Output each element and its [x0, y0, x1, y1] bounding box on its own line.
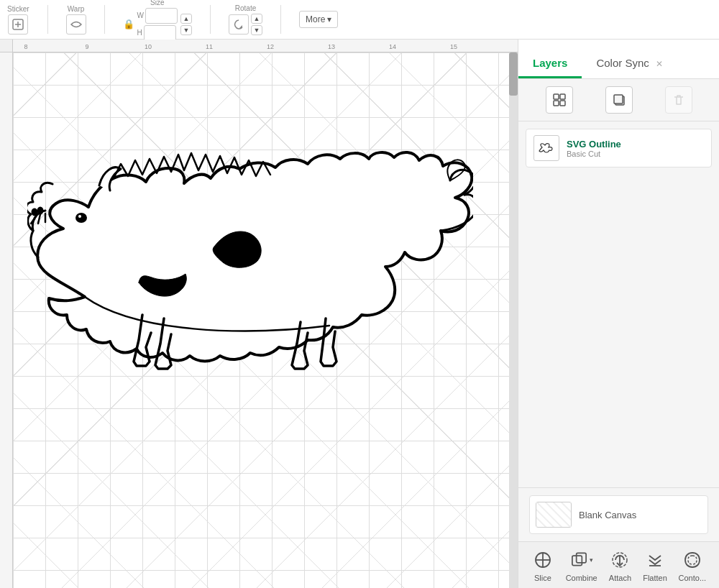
- ruler-tick-9: 9: [85, 43, 88, 50]
- flatten-tool[interactable]: Flatten: [643, 548, 667, 582]
- top-toolbar: Sticker Warp Size 🔒 W H: [0, 0, 719, 40]
- blank-canvas-section: Blank Canvas: [518, 487, 719, 541]
- combine-label: Combine: [566, 574, 597, 582]
- blank-canvas-item[interactable]: Blank Canvas: [529, 495, 708, 534]
- ruler-tick-8: 8: [24, 43, 27, 50]
- rotate-dec-btn[interactable]: ▼: [251, 25, 262, 35]
- svg-marker-1: [239, 25, 242, 28]
- svg-rect-9: [560, 101, 565, 106]
- panel-bottom-toolbar: Slice ▾ Combine: [518, 541, 719, 588]
- tab-color-sync[interactable]: Color Sync ✕: [582, 51, 677, 78]
- sticker-icon-btn[interactable]: [8, 14, 28, 35]
- tab-color-sync-label: Color Sync: [596, 57, 649, 69]
- sep-1: [47, 5, 48, 34]
- blank-canvas-thumbnail: [536, 502, 572, 528]
- ruler-tick-15: 15: [450, 43, 457, 50]
- slice-label: Slice: [534, 574, 551, 582]
- layer-name: SVG Outline: [567, 139, 704, 150]
- combine-tool[interactable]: ▾ Combine: [566, 548, 597, 582]
- combine-icon-area: ▾: [570, 548, 593, 571]
- svg-point-3: [78, 215, 81, 218]
- layer-item[interactable]: SVG Outline Basic Cut: [526, 129, 712, 167]
- sep-2: [104, 5, 105, 34]
- canvas-content[interactable]: [13, 52, 518, 588]
- rotate-ccw-btn[interactable]: [229, 14, 249, 35]
- flatten-icon: [644, 548, 667, 571]
- ruler-corner: [0, 40, 13, 52]
- size-group: Size 🔒 W H ▲ ▼: [123, 0, 192, 41]
- warp-group: Warp: [66, 5, 86, 35]
- ruler-tick-11: 11: [206, 43, 213, 50]
- tab-layers[interactable]: Layers: [518, 51, 582, 78]
- slice-icon: [531, 548, 554, 571]
- svg-rect-7: [560, 94, 565, 99]
- slice-tool[interactable]: Slice: [531, 548, 554, 582]
- lock-icon: 🔒: [123, 19, 134, 29]
- duplicate-layer-btn[interactable]: [605, 86, 633, 114]
- right-panel: Layers Color Sync ✕: [518, 40, 719, 588]
- more-label: More: [306, 14, 325, 24]
- attach-tool[interactable]: Attach: [608, 548, 631, 582]
- more-dropdown-icon: ▾: [327, 14, 331, 24]
- flatten-label: Flatten: [643, 574, 667, 582]
- size-label: Size: [150, 0, 164, 6]
- sticker-group: Sticker: [7, 5, 29, 35]
- canvas-grid[interactable]: [13, 52, 518, 588]
- rotate-inc-btn[interactable]: ▲: [251, 14, 262, 24]
- delete-icon: [672, 93, 686, 107]
- panel-tabs: Layers Color Sync ✕: [518, 40, 719, 79]
- ruler-tick-14: 14: [389, 43, 396, 50]
- layers-list: SVG Outline Basic Cut: [518, 121, 719, 487]
- more-button[interactable]: More ▾: [299, 11, 338, 28]
- svg-rect-6: [554, 94, 559, 99]
- sep-3: [210, 5, 211, 34]
- svg-point-2: [75, 213, 87, 223]
- delete-layer-btn[interactable]: [665, 86, 692, 114]
- svg-rect-15: [572, 556, 582, 565]
- layer-info: SVG Outline Basic Cut: [567, 139, 704, 158]
- warp-label: Warp: [68, 5, 85, 13]
- group-icon: [552, 93, 567, 107]
- size-down-btn[interactable]: ▼: [180, 25, 192, 35]
- layer-type: Basic Cut: [567, 150, 704, 158]
- ruler-tick-12: 12: [267, 43, 274, 50]
- scrollbar-thumb[interactable]: [509, 52, 518, 96]
- ruler-horizontal: 8 9 10 11 12 13 14 15: [0, 40, 518, 52]
- width-input[interactable]: [145, 8, 178, 24]
- vertical-scrollbar[interactable]: [509, 52, 518, 588]
- height-input[interactable]: [144, 25, 176, 41]
- rotate-label: Rotate: [235, 4, 256, 12]
- layer-actions: [518, 79, 719, 121]
- contour-tool[interactable]: Conto...: [679, 548, 707, 582]
- ruler-tick-10: 10: [145, 43, 152, 50]
- sep-4: [280, 5, 281, 34]
- blank-canvas-label: Blank Canvas: [579, 510, 636, 520]
- tab-layers-label: Layers: [533, 57, 567, 69]
- layer-thumbnail: [533, 135, 559, 161]
- combine-dropdown-icon[interactable]: ▾: [590, 556, 593, 564]
- warp-btn[interactable]: [66, 14, 86, 35]
- canvas-wrapper: 8 9 10 11 12 13 14 15: [0, 40, 518, 588]
- contour-label: Conto...: [679, 574, 707, 582]
- close-color-sync-icon[interactable]: ✕: [656, 59, 663, 69]
- main-area: 8 9 10 11 12 13 14 15: [0, 40, 719, 588]
- duplicate-icon: [612, 93, 626, 107]
- svg-rect-11: [614, 95, 623, 104]
- svg-rect-8: [554, 101, 559, 106]
- contour-icon: [681, 548, 704, 571]
- attach-icon: [608, 548, 631, 571]
- svg-point-5: [38, 208, 42, 213]
- boar-image[interactable]: [27, 139, 473, 376]
- ruler-vertical: [0, 52, 13, 588]
- combine-icon: [570, 551, 588, 569]
- ruler-tick-13: 13: [328, 43, 335, 50]
- size-up-btn[interactable]: ▲: [180, 14, 192, 24]
- attach-label: Attach: [609, 574, 631, 582]
- svg-rect-16: [576, 553, 585, 562]
- svg-point-4: [32, 209, 37, 215]
- sticker-label: Sticker: [7, 5, 29, 13]
- rotate-group: Rotate ▲ ▼: [229, 4, 262, 35]
- layer-thumb-svg: [536, 138, 557, 158]
- group-layers-btn[interactable]: [546, 86, 573, 114]
